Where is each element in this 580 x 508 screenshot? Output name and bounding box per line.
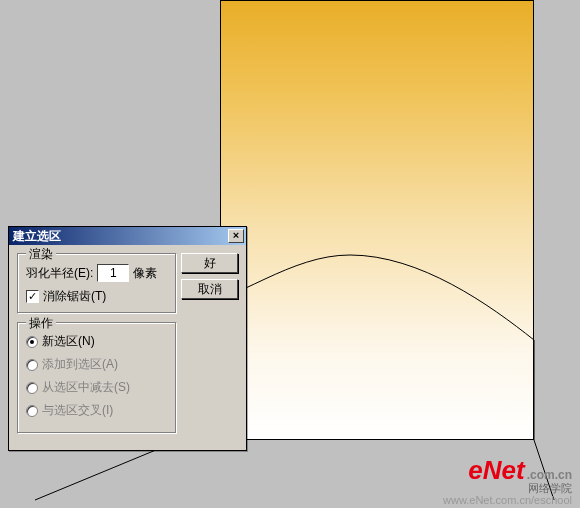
close-button[interactable]: × — [228, 229, 244, 243]
antialias-label: 消除锯齿(T) — [43, 288, 106, 305]
radio-add-selection: 添加到选区(A) — [26, 356, 168, 373]
radio-label: 添加到选区(A) — [42, 356, 118, 373]
radio-subtract-selection: 从选区中减去(S) — [26, 379, 168, 396]
gradient-artwork — [220, 0, 534, 440]
operation-fieldset: 操作 新选区(N) 添加到选区(A) 从选区中减去(S) 与选区交叉(I) — [17, 322, 177, 434]
feather-unit: 像素 — [133, 265, 157, 282]
dialog-titlebar[interactable]: 建立选区 × — [9, 227, 246, 245]
radio-dot[interactable] — [26, 336, 38, 348]
radio-intersect-selection: 与选区交叉(I) — [26, 402, 168, 419]
cancel-button[interactable]: 取消 — [181, 279, 238, 299]
logo-suffix: .com.cn — [527, 468, 572, 482]
radio-dot — [26, 405, 38, 417]
radio-label: 与选区交叉(I) — [42, 402, 113, 419]
make-selection-dialog: 建立选区 × 好 取消 渲染 羽化半径(E): 像素 ✓ 消除锯齿(T) 操作 — [8, 226, 247, 451]
radio-dot — [26, 359, 38, 371]
radio-label: 从选区中减去(S) — [42, 379, 130, 396]
render-fieldset: 渲染 羽化半径(E): 像素 ✓ 消除锯齿(T) — [17, 253, 177, 314]
feather-label: 羽化半径(E): — [26, 265, 93, 282]
ok-button[interactable]: 好 — [181, 253, 238, 273]
antialias-checkbox[interactable]: ✓ — [26, 290, 39, 303]
logo-main: eNet — [468, 455, 524, 485]
radio-new-selection[interactable]: 新选区(N) — [26, 333, 168, 350]
radio-dot — [26, 382, 38, 394]
render-legend: 渲染 — [26, 246, 56, 263]
watermark: eNet.com.cn 网络学院 www.eNet.com.cn/eschool — [443, 457, 572, 506]
watermark-url: www.eNet.com.cn/eschool — [443, 494, 572, 506]
watermark-logo: eNet.com.cn 网络学院 — [443, 457, 572, 494]
feather-radius-input[interactable] — [97, 264, 129, 282]
operation-legend: 操作 — [26, 315, 56, 332]
dialog-title: 建立选区 — [13, 228, 61, 245]
radio-label: 新选区(N) — [42, 333, 95, 350]
